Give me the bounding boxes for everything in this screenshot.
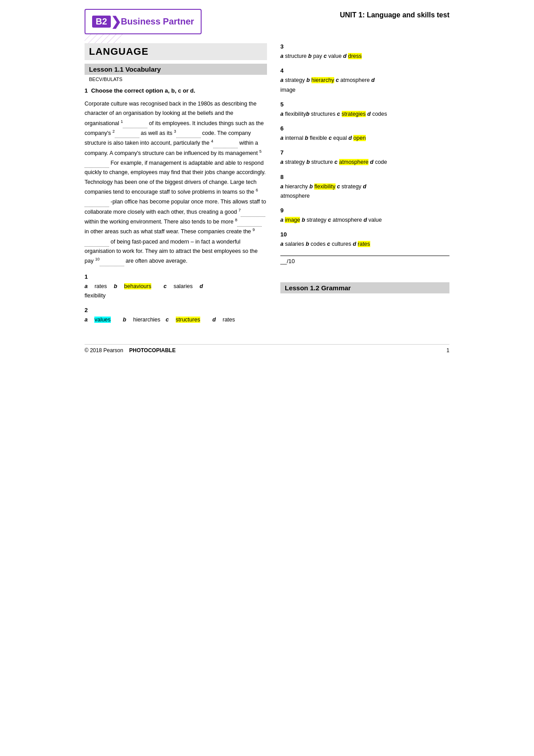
q2-opt-b: b hierarchies <box>123 317 160 323</box>
unit-title: UNIT 1: Language and skills test <box>340 11 449 19</box>
copyright-text: © 2018 Pearson <box>85 347 123 354</box>
grammar-section-title: Lesson 1.2 Grammar <box>280 282 449 293</box>
q5-options: a flexibilityb structures c strategies d… <box>280 110 449 119</box>
q5-opt-b: b structures <box>306 111 336 117</box>
blank-2 <box>115 128 139 138</box>
q7-opt-d: d code <box>370 159 387 165</box>
q6-options: a internal b flexible c equal d open <box>280 134 449 143</box>
question-5: 5 a flexibilityb structures c strategies… <box>280 101 449 119</box>
passage-t3: as well as its <box>141 130 172 136</box>
q7-num: 7 <box>280 149 449 156</box>
main-content: LANGUAGE Lesson 1.1 Vocabulary BECV/BULA… <box>85 43 449 331</box>
blank-3 <box>176 128 201 138</box>
section-label: BECV/BULATS <box>85 77 267 82</box>
q2-options: a values b hierarchiesc structures d rat… <box>85 315 267 325</box>
q9-opt-b: b strategy <box>302 217 327 223</box>
question-2: 2 a values b hierarchiesc structures d r… <box>85 307 267 325</box>
q5-opt-c: c strategies <box>337 111 366 117</box>
q8-opt-c: c strategy <box>337 183 361 190</box>
q5-opt-a: a flexibility <box>280 111 306 117</box>
blank-9 <box>85 237 109 247</box>
q10-options: a salaries b codes c cultures d rates <box>280 240 449 249</box>
passage-t8: within the working environment. There al… <box>85 219 234 225</box>
q10-num: 10 <box>280 231 449 238</box>
q2-num: 2 <box>85 307 267 313</box>
question-7: 7 a strategy b structure c atmosphere d … <box>280 149 449 167</box>
q1-opt-a: a rates <box>85 283 107 289</box>
instruction: 1 Choose the correct option a, b, c or d… <box>85 87 267 94</box>
q2-opt-c: c structures <box>166 317 205 323</box>
q4-opt-c: c atmosphere <box>336 77 369 83</box>
question-8: 8 a hierarchy b flexibility c strategy d… <box>280 174 449 201</box>
passage-t7: -plan office has become popular once mor… <box>85 199 266 215</box>
q6-opt-d: d open <box>348 135 366 141</box>
q1-opt-d-text: flexibility <box>85 293 105 299</box>
arrow-icon: ❯ <box>111 14 121 29</box>
q8-opt-a: a hierarchy <box>280 183 308 190</box>
q4-opt-a: a strategy <box>280 77 305 83</box>
q3-opt-a: a structure <box>280 53 307 59</box>
q9-opt-d: d value <box>364 217 382 223</box>
q1-num: 1 <box>85 273 267 280</box>
photocopiable-text: PHOTOCOPIABLE <box>129 347 175 354</box>
q7-options: a strategy b structure c atmosphere d co… <box>280 158 449 167</box>
question-3: 3 a structure b pay c value d dress <box>280 43 449 61</box>
q5-num: 5 <box>280 101 449 108</box>
score-line: __/10 <box>280 256 449 264</box>
sup-10: 10 <box>95 257 100 261</box>
blank-8 <box>237 217 262 227</box>
q8-num: 8 <box>280 174 449 180</box>
blank-6 <box>85 197 109 207</box>
q2-opt-a: a values <box>85 317 116 323</box>
blank-7 <box>241 207 265 217</box>
q4-num: 4 <box>280 67 449 74</box>
sup-5: 5 <box>259 149 262 154</box>
passage-t9: in other areas such as what staff wear. … <box>85 229 251 235</box>
q10-opt-b: b codes <box>306 241 325 247</box>
q1-options: a rates b behaviours c salaries d flexib… <box>85 282 267 301</box>
footer-copyright: © 2018 Pearson PHOTOCOPIABLE <box>85 347 176 354</box>
right-column: 3 a structure b pay c value d dress 4 a … <box>280 43 449 331</box>
q4-options: a strategy b hierarchy c atmosphere dima… <box>280 76 449 95</box>
q3-opt-b: b pay <box>308 53 322 59</box>
left-column: LANGUAGE Lesson 1.1 Vocabulary BECV/BULA… <box>85 43 267 331</box>
passage-end: are often above average. <box>125 258 187 264</box>
question-1: 1 a rates b behaviours c salaries d flex… <box>85 273 267 301</box>
question-9: 9 a image b strategy c atmosphere d valu… <box>280 207 449 225</box>
passage-t6: For example, if management is adaptable … <box>85 160 266 195</box>
instruction-text: Choose the correct option a, b, c or d. <box>91 87 195 94</box>
q7-opt-c: c atmosphere <box>335 159 368 165</box>
q6-opt-a: a internal <box>280 135 303 141</box>
q10-opt-d: d rates <box>353 241 370 247</box>
blank-4 <box>213 138 238 148</box>
q3-num: 3 <box>280 43 449 50</box>
page-header: B2 ❯ Business Partner UNIT 1: Language a… <box>85 9 449 34</box>
blank-1 <box>123 118 147 128</box>
q4-opt-b: b hierarchy <box>306 77 334 83</box>
q7-opt-b: b structure <box>306 159 333 165</box>
q8-opt-b: b flexibility <box>309 183 335 190</box>
brand-name: Business Partner <box>121 16 194 27</box>
language-title: LANGUAGE <box>85 43 267 60</box>
q10-opt-a: a salaries <box>280 241 304 247</box>
q7-opt-a: a strategy <box>280 159 305 165</box>
sup-9: 9 <box>253 228 255 232</box>
q9-opt-c: c atmosphere <box>328 217 362 223</box>
question-4: 4 a strategy b hierarchy c atmosphere di… <box>280 67 449 95</box>
footer-page-num: 1 <box>446 347 449 354</box>
page-footer: © 2018 Pearson PHOTOCOPIABLE 1 <box>85 344 449 354</box>
q1-opt-b: b behaviours <box>114 283 157 289</box>
logo-container: B2 ❯ Business Partner <box>85 9 202 34</box>
q9-opt-a: a image <box>280 217 300 223</box>
q8-options: a hierarchy b flexibility c strategy dat… <box>280 182 449 201</box>
q6-num: 6 <box>280 125 449 132</box>
q2-opt-d: d rates <box>212 317 235 323</box>
q3-opt-d: d dress <box>343 53 362 59</box>
q9-num: 9 <box>280 207 449 214</box>
sup-6: 6 <box>256 188 258 192</box>
blank-5 <box>85 158 109 168</box>
q6-opt-c: c equal <box>328 135 347 141</box>
lesson-subtitle: Lesson 1.1 Vocabulary <box>85 64 267 75</box>
blank-10 <box>100 256 124 266</box>
q9-options: a image b strategy c atmosphere d value <box>280 215 449 225</box>
